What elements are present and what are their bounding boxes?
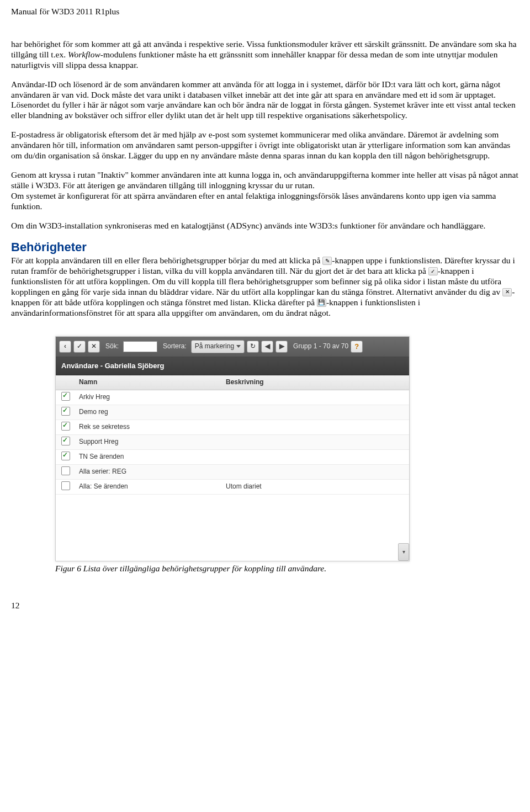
- row-name: Rek se sekretess: [76, 423, 222, 431]
- row-checkbox[interactable]: [61, 481, 70, 490]
- save-icon: 💾: [317, 299, 326, 307]
- apply-button[interactable]: ✓: [73, 341, 86, 353]
- paragraph-6: För att koppla användaren till en eller …: [11, 256, 519, 318]
- page-next-button[interactable]: ▶: [275, 341, 288, 353]
- table-row[interactable]: Demo reg: [56, 405, 409, 420]
- row-checkbox[interactable]: [61, 437, 70, 445]
- grid-header: Namn Beskrivning: [56, 375, 409, 390]
- apply-close-icon: ✕: [502, 288, 512, 296]
- row-name: Arkiv Hreg: [76, 393, 222, 401]
- back-button[interactable]: ‹: [59, 341, 71, 353]
- table-row[interactable]: Rek se sekretess: [56, 420, 409, 435]
- scroll-down-icon[interactable]: ▾: [398, 543, 409, 561]
- paragraph-3: E-postadress är obligatorisk eftersom de…: [11, 130, 519, 161]
- text: För att koppla användaren till en eller …: [11, 256, 322, 265]
- row-checkbox[interactable]: [61, 422, 70, 431]
- row-name: Alla serier: REG: [76, 468, 222, 476]
- apply-close-button[interactable]: ✕: [88, 341, 100, 353]
- paragraph-5: Om din W3D3-installation synkroniseras m…: [11, 221, 519, 231]
- dialog-title: Användare - Gabriella Sjöberg: [56, 357, 409, 375]
- row-name: Demo reg: [76, 408, 222, 416]
- pager-info: Grupp 1 - 70 av 70: [293, 342, 348, 351]
- table-row[interactable]: Alla serier: REG: [56, 465, 409, 480]
- row-name: Alla: Se ärenden: [76, 482, 222, 491]
- search-label: Sök:: [105, 342, 119, 351]
- table-row[interactable]: Arkiv Hreg: [56, 390, 409, 405]
- table-row[interactable]: Support Hreg: [56, 435, 409, 450]
- col-desc[interactable]: Beskrivning: [222, 378, 409, 386]
- link-group-icon: ✎: [322, 257, 332, 265]
- apply-link-icon: ✓: [428, 267, 438, 275]
- heading-behorigheter: Behörigheter: [11, 240, 519, 255]
- paragraph-1: har behörighet för som kommer att gå att…: [11, 39, 519, 71]
- search-input[interactable]: [123, 341, 157, 352]
- sort-apply-button[interactable]: ↻: [247, 341, 259, 353]
- row-name: TN Se ärenden: [76, 453, 222, 461]
- paragraph-4: Genom att kryssa i rutan "Inaktiv" komme…: [11, 170, 519, 212]
- text-italic: Workflow: [68, 50, 100, 59]
- row-checkbox[interactable]: [61, 466, 70, 475]
- help-button[interactable]: ?: [351, 341, 363, 353]
- row-name: Support Hreg: [76, 438, 222, 446]
- row-checkbox[interactable]: [61, 452, 70, 460]
- table-row[interactable]: Alla: Se ärendenUtom diariet: [56, 480, 409, 495]
- sort-label: Sortera:: [163, 342, 187, 351]
- row-desc: Utom diariet: [222, 482, 409, 491]
- page-prev-button[interactable]: ◀: [261, 341, 273, 353]
- row-checkbox[interactable]: [61, 392, 70, 401]
- figure-caption: Figur 6 Lista över tillgängliga behörigh…: [55, 564, 519, 574]
- permissions-grid: Namn Beskrivning Arkiv HregDemo regRek s…: [56, 375, 409, 561]
- col-name[interactable]: Namn: [76, 378, 222, 386]
- permissions-screenshot: ‹ ✓ ✕ Sök: Sortera: På markering ↻ ◀ ▶ G…: [55, 336, 410, 561]
- row-checkbox[interactable]: [61, 407, 70, 416]
- table-row[interactable]: TN Se ärenden: [56, 450, 409, 465]
- page-header: Manual för W3D3 2011 R1plus: [11, 7, 519, 17]
- toolbar: ‹ ✓ ✕ Sök: Sortera: På markering ↻ ◀ ▶ G…: [56, 337, 409, 357]
- page-number: 12: [11, 601, 519, 611]
- paragraph-2: Användar-ID och lösenord är de som använ…: [11, 79, 519, 121]
- sort-select[interactable]: På markering: [191, 340, 245, 353]
